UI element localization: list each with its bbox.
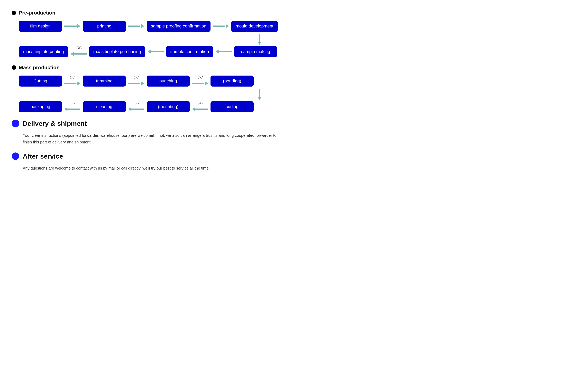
mass-tinplate-purchasing-box: mass tinplate purchasing	[89, 46, 145, 57]
bonding-box: (bonding)	[210, 76, 254, 87]
mass-production-diagram: Cutting QC trimming QC punching	[19, 75, 282, 113]
arrow-qc5: QC	[127, 101, 145, 113]
after-service-header: After service	[12, 153, 282, 160]
svg-marker-20	[205, 81, 208, 85]
arrow-film-print	[63, 22, 81, 30]
delivery-title: Delivery & shipment	[23, 120, 87, 127]
packaging-box: packaging	[19, 101, 62, 112]
cleaning-box: cleaning	[83, 101, 126, 112]
pre-production-header: Pre-production	[12, 10, 282, 16]
after-service-text: Any questions are welcome to contact wit…	[23, 165, 282, 171]
qc-label-6: QC	[198, 101, 203, 105]
mass-production-row2: packaging QC cleaning QC (mounti	[19, 101, 282, 113]
after-service-title: After service	[23, 153, 63, 160]
sample-making-box: sample making	[234, 46, 277, 57]
svg-marker-18	[141, 81, 144, 85]
qc-label-2: QC	[134, 75, 139, 79]
sample-confirmation-box: sample confirmation	[166, 46, 213, 57]
svg-marker-24	[64, 107, 68, 111]
mass-production-section: Mass production Cutting QC trimming QC	[12, 64, 282, 113]
v-arrow-bonding	[19, 89, 282, 100]
mould-dev-box: mould development	[231, 21, 277, 32]
trimming-box: trimming	[83, 76, 126, 87]
pre-production-section: Pre-production film design printing	[12, 10, 282, 57]
mass-production-bullet	[12, 65, 16, 70]
pre-production-row1: film design printing	[19, 21, 282, 32]
qc-label-3: QC	[198, 75, 203, 79]
svg-marker-12	[148, 50, 151, 54]
mass-production-title: Mass production	[19, 64, 60, 71]
arrow-sample-mould	[212, 22, 230, 30]
pre-production-bullet	[12, 11, 16, 15]
pre-production-title: Pre-production	[19, 10, 55, 16]
arrow-qc3: QC	[191, 75, 209, 87]
qc-label-1: QC	[70, 75, 75, 79]
mounting-box: (mounting)	[147, 101, 190, 112]
after-service-bullet	[12, 153, 19, 160]
svg-marker-4	[141, 24, 144, 28]
mass-production-header: Mass production	[12, 64, 282, 71]
punching-box: punching	[147, 76, 190, 87]
svg-marker-16	[77, 81, 80, 85]
arrow-iqc: IQC	[70, 46, 88, 57]
delivery-section: Delivery & shipment Your clear instructi…	[12, 120, 282, 145]
printing-box: printing	[83, 21, 126, 32]
delivery-bullet	[12, 120, 19, 127]
svg-marker-8	[257, 42, 262, 45]
cutting-box: Cutting	[19, 76, 62, 87]
arrow-purchasing-sample	[147, 48, 164, 55]
svg-marker-22	[257, 97, 262, 100]
svg-marker-1	[77, 24, 80, 28]
svg-marker-6	[226, 24, 229, 28]
pre-production-diagram: film design printing	[19, 21, 282, 57]
mass-production-row1: Cutting QC trimming QC punching	[19, 75, 282, 87]
arrow-sample-making	[215, 48, 232, 55]
sample-proofing-box: sample proofing confirmation	[147, 21, 210, 32]
arrow-qc1: QC	[63, 75, 81, 87]
film-design-box: film design	[19, 21, 62, 32]
qc-label-5: QC	[134, 101, 139, 105]
svg-marker-28	[192, 107, 195, 111]
after-service-section: After service Any questions are welcome …	[12, 153, 282, 171]
curling-box: curling	[210, 101, 254, 112]
delivery-header: Delivery & shipment	[12, 120, 282, 127]
delivery-text: Your clear instructions (appointed forwa…	[23, 132, 282, 145]
svg-marker-14	[216, 50, 219, 54]
qc-label-4: QC	[70, 101, 75, 105]
mass-tinplate-printing-box: mass tinplate printing	[19, 46, 68, 57]
arrow-print-sample	[127, 22, 145, 30]
svg-marker-26	[128, 107, 131, 111]
pre-production-row2: mass tinplate printing IQC mass tinplate…	[19, 46, 282, 57]
arrow-qc6: QC	[191, 101, 209, 113]
v-arrow-mould	[19, 33, 282, 45]
iqc-label: IQC	[75, 46, 82, 50]
arrow-qc4: QC	[63, 101, 81, 113]
arrow-qc2: QC	[127, 75, 145, 87]
svg-marker-10	[71, 52, 74, 56]
